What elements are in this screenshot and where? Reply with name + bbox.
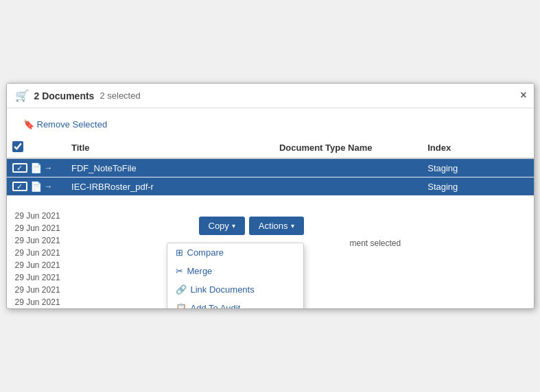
- modal-container: 🛒 2 Documents 2 selected × 🔖 Remove Sele…: [6, 83, 535, 309]
- header-title: Title: [66, 138, 274, 158]
- date-item: 29 Jun 2021: [15, 222, 191, 234]
- row-title[interactable]: FDF_NoteToFile: [66, 158, 274, 177]
- table-header-row: Title Document Type Name Index: [7, 138, 534, 158]
- remove-selected-label: Remove Selected: [37, 119, 108, 130]
- modal-body: 🔖 Remove Selected Title Document Type Na…: [7, 108, 534, 308]
- doc-icon: 📄: [30, 181, 42, 192]
- row-doctype: [274, 158, 422, 177]
- row-index: Staging: [422, 158, 533, 177]
- dropdown-item-label: Link Documents: [191, 284, 255, 295]
- modal-header: 🛒 2 Documents 2 selected ×: [7, 84, 534, 108]
- actions-button[interactable]: Actions ▾: [249, 217, 304, 235]
- dropdown-item[interactable]: ⊞Compare: [167, 243, 303, 262]
- table-row: ✓ 📄 → FDF_NoteToFileStaging: [7, 158, 534, 177]
- header-checkbox-cell: [7, 138, 67, 158]
- row-arrow-icon: →: [45, 163, 53, 173]
- actions-dropdown-wrapper: Actions ▾ ⊞Compare✂Merge🔗Link Documents📋…: [249, 217, 304, 235]
- date-item: 29 Jun 2021: [15, 247, 191, 259]
- header-index: Index: [422, 138, 533, 158]
- dropdown-item[interactable]: 📋Add To Audit: [167, 299, 303, 309]
- modal-selected: 2 selected: [99, 90, 140, 101]
- spacer-area: [7, 196, 534, 210]
- row-checkbox-cell: ✓ 📄 →: [7, 158, 67, 177]
- date-item: 29 Jun 2021: [15, 259, 191, 271]
- actions-label: Actions: [259, 221, 288, 231]
- table-row: ✓ 📄 → IEC-IRBRoster_pdf-rStaging: [7, 177, 534, 196]
- actions-dropdown-menu: ⊞Compare✂Merge🔗Link Documents📋Add To Aud…: [167, 243, 304, 309]
- buttons-row: Copy ▾ Actions ▾ ⊞Compare✂Merge🔗Link Doc…: [199, 210, 534, 242]
- close-button[interactable]: ×: [520, 89, 526, 101]
- modal-title: 2 Documents: [34, 90, 95, 101]
- doc-icon: 📄: [30, 162, 42, 173]
- cart-icon: 🛒: [15, 89, 29, 102]
- date-item: 29 Jun 2021: [15, 234, 191, 247]
- date-item: 29 Jun 2021: [15, 296, 191, 308]
- dropdown-item[interactable]: 🔗Link Documents: [167, 280, 303, 299]
- date-item: 29 Jun 2021: [15, 210, 191, 222]
- row-checkbox[interactable]: ✓: [12, 182, 27, 191]
- link-icon: 🔗: [176, 284, 187, 295]
- copy-button[interactable]: Copy ▾: [199, 217, 245, 235]
- audit-icon: 📋: [176, 303, 187, 309]
- remove-selected-link[interactable]: 🔖 Remove Selected: [15, 117, 116, 132]
- copy-dropdown-arrow: ▾: [232, 222, 235, 230]
- select-all-checkbox[interactable]: [12, 141, 23, 152]
- documents-table: Title Document Type Name Index ✓ 📄 → FDF…: [7, 138, 534, 196]
- row-checkbox-cell: ✓ 📄 →: [7, 177, 67, 196]
- actions-area: Copy ▾ Actions ▾ ⊞Compare✂Merge🔗Link Doc…: [199, 210, 534, 308]
- row-doctype: [274, 177, 422, 196]
- copy-label: Copy: [209, 221, 229, 231]
- row-index: Staging: [422, 177, 533, 196]
- compare-icon: ⊞: [176, 247, 183, 258]
- dropdown-item-label: Compare: [187, 247, 224, 258]
- selected-note-text: ment selected: [350, 238, 401, 248]
- dropdown-item-label: Merge: [187, 266, 213, 276]
- merge-icon: ✂: [176, 266, 183, 276]
- date-item: 29 Jun 2021: [15, 271, 191, 284]
- row-arrow-icon: →: [45, 182, 53, 191]
- row-title[interactable]: IEC-IRBRoster_pdf-r: [66, 177, 274, 196]
- date-item: 29 Jun 2021: [15, 284, 191, 296]
- dropdown-item-label: Add To Audit: [191, 303, 241, 309]
- row-checkbox[interactable]: ✓: [12, 163, 27, 173]
- header-doctype: Document Type Name: [274, 138, 422, 158]
- remove-selected-area: 🔖 Remove Selected: [7, 114, 534, 138]
- actions-dropdown-arrow: ▾: [291, 222, 294, 230]
- mid-section: 29 Jun 202129 Jun 202129 Jun 202129 Jun …: [7, 210, 534, 308]
- selected-note-area: ment selected: [350, 238, 534, 248]
- dropdown-item[interactable]: ✂Merge: [167, 262, 303, 280]
- remove-icon: 🔖: [23, 119, 34, 130]
